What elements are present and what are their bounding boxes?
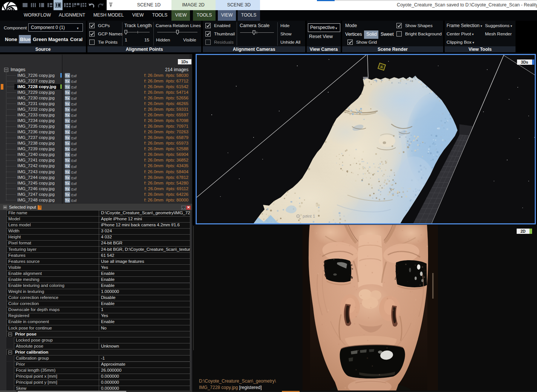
svg-text:point 1: point 1	[303, 214, 315, 218]
